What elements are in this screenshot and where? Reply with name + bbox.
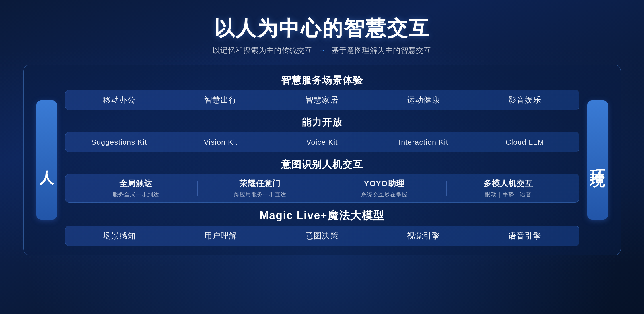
sub-title: 以记忆和搜索为主的传统交互 → 基于意图理解为主的智慧交互 [0,45,644,55]
service-scene-section: 智慧服务场景体验 移动办公 智慧出行 智慧家居 运动健康 影音娱乐 [65,74,579,110]
main-frame: 人 智慧服务场景体验 移动办公 智慧出行 智慧家居 运动健康 影音娱乐 能力开放… [23,65,621,255]
person-label: 人 [36,100,57,220]
intent-item-3: 多模人机交互 眼动｜手势｜语音 [447,174,570,202]
divider [474,231,474,241]
kit-item-2: Voice Kit [274,133,370,151]
magic-item-3: 视觉引擎 [375,226,472,246]
divider [373,137,373,147]
kit-item-3: Interaction Kit [375,133,472,151]
intent-item-1-title: 荣耀任意门 [201,178,319,189]
service-scene-row: 移动办公 智慧出行 智慧家居 运动健康 影音娱乐 [65,90,579,110]
main-title: 以人为中心的智慧交互 [0,15,644,42]
magic-live-title: Magic Live+魔法大模型 [65,208,579,223]
intent-interaction-title: 意图识别人机交互 [65,158,579,171]
intent-interaction-section: 意图识别人机交互 全局触达 服务全局一步到达 荣耀任意门 跨应用服务一步直达 Y… [65,158,579,203]
kit-item-4: Cloud LLM [477,133,573,151]
intent-item-2: YOYO助理 系统交互尽在掌握 [322,174,446,202]
service-item-2: 智慧家居 [274,90,370,110]
capability-open-section: 能力开放 Suggestions Kit Vision Kit Voice Ki… [65,116,579,152]
service-item-3: 运动健康 [375,90,472,110]
capability-open-title: 能力开放 [65,116,579,129]
intent-item-0-sub: 服务全局一步到达 [77,191,195,198]
service-item-4: 影音娱乐 [477,90,573,110]
divider [271,95,272,105]
divider [170,137,170,147]
left-side-label: 人 [34,74,59,246]
magic-item-2: 意图决策 [274,226,370,246]
magic-item-4: 语音引擎 [477,226,573,246]
divider [474,137,474,147]
divider [474,95,474,105]
magic-item-0: 场景感知 [71,226,168,246]
intent-item-1: 荣耀任意门 跨应用服务一步直达 [198,174,322,202]
intent-item-3-sub: 眼动｜手势｜语音 [449,191,567,198]
intent-item-1-sub: 跨应用服务一步直达 [201,191,319,198]
magic-live-section: Magic Live+魔法大模型 场景感知 用户理解 意图决策 视觉引擎 语音引… [65,208,579,246]
sub-title-left: 以记忆和搜索为主的传统交互 [213,46,312,55]
intent-item-3-title: 多模人机交互 [449,178,567,189]
divider [271,231,272,241]
divider [373,231,373,241]
page-header: 以人为中心的智慧交互 以记忆和搜索为主的传统交互 → 基于意图理解为主的智慧交互 [0,0,644,55]
divider [271,137,272,147]
sub-title-right: 基于意图理解为主的智慧交互 [332,46,431,55]
service-item-1: 智慧出行 [172,90,269,110]
intent-interaction-row: 全局触达 服务全局一步到达 荣耀任意门 跨应用服务一步直达 YOYO助理 系统交… [65,174,579,203]
right-side-label: 环境 [585,74,610,246]
service-scene-title: 智慧服务场景体验 [65,74,579,87]
magic-item-1: 用户理解 [172,226,269,246]
capability-open-row: Suggestions Kit Vision Kit Voice Kit Int… [65,132,579,152]
intent-item-0-title: 全局触达 [77,178,195,189]
center-content: 智慧服务场景体验 移动办公 智慧出行 智慧家居 运动健康 影音娱乐 能力开放 S… [59,74,585,246]
divider [170,231,170,241]
intent-item-2-title: YOYO助理 [325,178,443,189]
kit-item-1: Vision Kit [172,133,269,151]
intent-item-0: 全局触达 服务全局一步到达 [74,174,198,202]
magic-live-row: 场景感知 用户理解 意图决策 视觉引擎 语音引擎 [65,226,579,246]
intent-item-2-sub: 系统交互尽在掌握 [325,191,443,198]
arrow-icon: → [318,46,326,55]
kit-item-0: Suggestions Kit [71,133,168,151]
divider [170,95,170,105]
environment-label: 环境 [587,100,608,220]
service-item-0: 移动办公 [71,90,168,110]
divider [373,95,373,105]
